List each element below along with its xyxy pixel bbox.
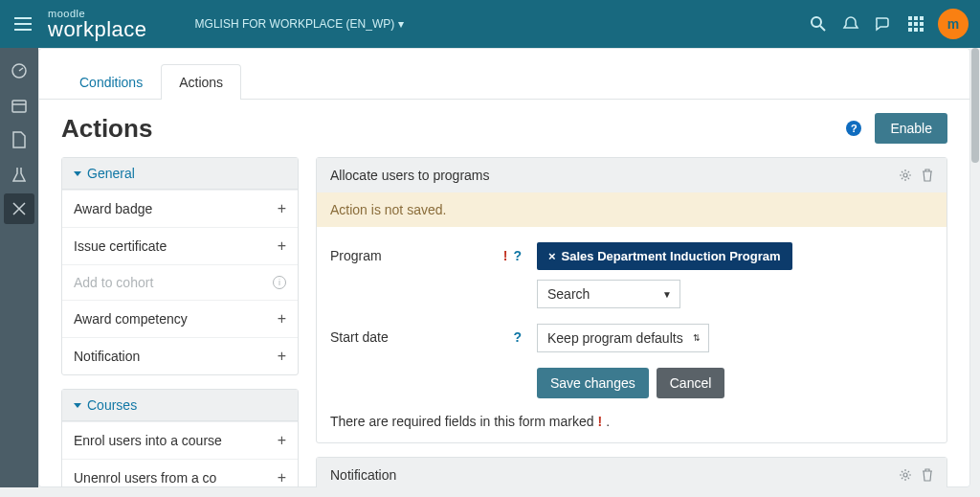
item-award-competency[interactable]: Award competency +	[62, 300, 298, 337]
item-notification[interactable]: Notification +	[62, 337, 298, 374]
svg-line-12	[19, 68, 23, 71]
brand: moodle workplace	[48, 9, 147, 40]
panel-allocate-title: Allocate users to programs	[330, 168, 490, 183]
search-icon[interactable]	[802, 8, 835, 40]
item-award-badge[interactable]: Award badge +	[62, 190, 298, 227]
item-label: Issue certificate	[74, 238, 167, 254]
actions-library: General Award badge + Issue certificate …	[61, 157, 299, 459]
required-note-pre: There are required fields in this form m…	[330, 414, 593, 429]
save-button[interactable]: Save changes	[537, 368, 649, 398]
help-icon[interactable]: ?	[513, 329, 522, 345]
apps-icon[interactable]	[900, 8, 932, 40]
dropdown-icon: ▼	[662, 289, 672, 300]
language-selector[interactable]: MGLISH FOR WORKPLACE (EN_WP) ▾	[195, 17, 405, 31]
item-label: Notification	[74, 349, 140, 364]
cancel-button[interactable]: Cancel	[657, 368, 725, 398]
chip-remove-icon[interactable]: ×	[548, 249, 556, 263]
tabs: Conditions Actions	[38, 48, 970, 100]
add-icon[interactable]: +	[278, 348, 286, 365]
rail-calendar-icon[interactable]	[4, 90, 34, 121]
info-icon[interactable]: i	[273, 276, 286, 289]
add-icon[interactable]: +	[278, 200, 286, 217]
top-bar: moodle workplace MGLISH FOR WORKPLACE (E…	[0, 0, 980, 48]
notifications-icon[interactable]	[835, 8, 867, 40]
start-date-select[interactable]: Keep program defaults ⇅	[537, 324, 709, 352]
svg-rect-13	[12, 101, 26, 112]
page-title: Actions	[61, 114, 152, 144]
svg-rect-8	[908, 28, 912, 32]
svg-rect-4	[920, 16, 924, 20]
panel-allocate-header: Allocate users to programs	[317, 158, 947, 192]
group-general: General Award badge + Issue certificate …	[61, 157, 299, 375]
group-courses: Courses Enrol users into a course + Unen…	[61, 389, 299, 487]
svg-rect-9	[914, 28, 918, 32]
item-label: Award competency	[74, 311, 188, 327]
add-icon[interactable]: +	[278, 310, 286, 328]
trash-icon[interactable]	[922, 468, 933, 482]
add-icon[interactable]: +	[278, 237, 286, 255]
group-courses-title: Courses	[87, 397, 137, 413]
brand-big: workplace	[48, 19, 147, 40]
item-label: Award badge	[74, 201, 152, 216]
svg-rect-3	[914, 16, 918, 20]
svg-point-16	[903, 473, 907, 477]
item-label: Add to cohort	[74, 275, 153, 290]
rail-file-icon[interactable]	[4, 124, 34, 155]
add-icon[interactable]: +	[278, 432, 286, 449]
svg-point-0	[812, 17, 821, 27]
required-icon: !	[503, 248, 508, 263]
item-add-to-cohort: Add to cohort i	[62, 264, 298, 300]
trash-icon[interactable]	[922, 169, 933, 182]
menu-toggle-icon[interactable]	[11, 12, 34, 35]
svg-rect-10	[920, 28, 924, 32]
item-issue-certificate[interactable]: Issue certificate +	[62, 227, 298, 264]
svg-rect-6	[914, 22, 918, 26]
avatar-initial: m	[947, 16, 959, 32]
group-courses-header[interactable]: Courses	[62, 390, 298, 421]
panel-notification-title: Notification	[330, 467, 396, 483]
content-area: Conditions Actions Actions ? Enable Gene…	[38, 48, 970, 487]
help-icon[interactable]: ?	[513, 248, 522, 263]
rail-lab-icon[interactable]	[4, 159, 34, 190]
user-avatar[interactable]: m	[938, 9, 969, 39]
svg-point-15	[903, 173, 907, 177]
enable-button[interactable]: Enable	[875, 113, 947, 144]
rail-dashboard-icon[interactable]	[4, 56, 34, 86]
left-rail	[0, 48, 38, 487]
panel-notification-header: Notification	[317, 458, 947, 487]
allocate-form: Program ! ? × Sales Department Induction…	[317, 227, 947, 442]
page-help-icon[interactable]: ?	[846, 121, 861, 136]
scrollbar-thumb[interactable]	[971, 48, 979, 163]
rail-tools-icon[interactable]	[4, 193, 34, 224]
group-general-title: General	[87, 166, 135, 181]
group-general-header[interactable]: General	[62, 158, 298, 190]
add-icon[interactable]: +	[278, 469, 286, 486]
language-label: MGLISH FOR WORKPLACE (EN_WP)	[195, 17, 395, 31]
select-value: Keep program defaults	[547, 330, 683, 346]
item-label: Enrol users into a course	[74, 433, 222, 448]
caret-down-icon	[74, 171, 81, 176]
messages-icon[interactable]	[867, 8, 900, 40]
svg-rect-2	[908, 16, 912, 20]
heading-row: Actions ? Enable	[38, 100, 970, 157]
select-placeholder: Search	[547, 286, 590, 302]
svg-rect-5	[908, 22, 912, 26]
chip-label: Sales Department Induction Program	[562, 249, 781, 263]
tab-conditions[interactable]: Conditions	[61, 64, 161, 100]
required-icon: !	[597, 414, 602, 429]
required-fields-note: There are required fields in this form m…	[330, 414, 933, 429]
item-label: Unenrol users from a co	[74, 470, 216, 486]
item-enrol-users[interactable]: Enrol users into a course +	[62, 421, 298, 459]
tab-actions[interactable]: Actions	[161, 64, 241, 100]
program-label: Program	[330, 242, 483, 263]
svg-rect-7	[920, 22, 924, 26]
gear-icon[interactable]	[899, 468, 912, 482]
item-unenrol-users[interactable]: Unenrol users from a co +	[62, 459, 298, 487]
page-card: Conditions Actions Actions ? Enable Gene…	[38, 48, 970, 487]
program-chip[interactable]: × Sales Department Induction Program	[537, 242, 792, 270]
gear-icon[interactable]	[899, 169, 912, 182]
program-search-select[interactable]: Search ▼	[537, 280, 680, 308]
required-note-post: .	[606, 414, 610, 429]
warning-banner: Action is not saved.	[317, 192, 947, 227]
configured-actions: Allocate users to programs Action is not…	[316, 157, 947, 459]
